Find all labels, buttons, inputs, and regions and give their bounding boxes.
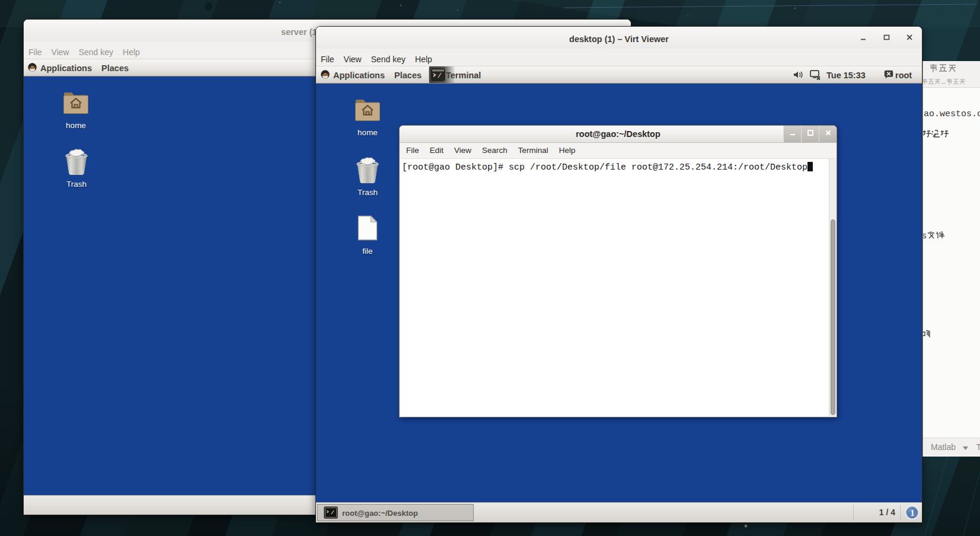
svg-text:1: 1	[911, 509, 915, 518]
